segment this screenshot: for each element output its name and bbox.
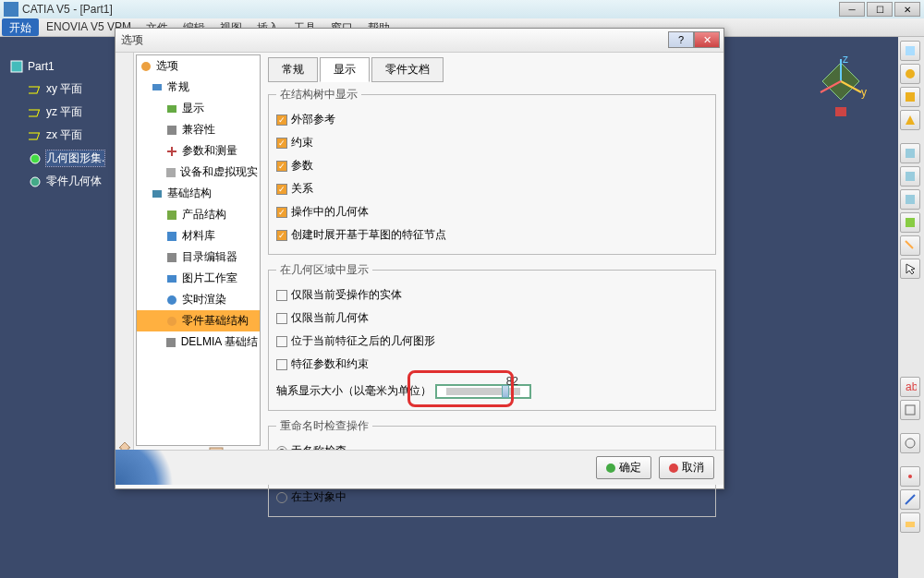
tree-infra[interactable]: 基础结构: [137, 183, 260, 204]
tool-icon[interactable]: [900, 87, 920, 107]
svg-rect-30: [167, 126, 176, 135]
dialog-close-button[interactable]: ✕: [694, 31, 720, 48]
tool-icon[interactable]: [900, 212, 920, 233]
tool-icon[interactable]: [900, 41, 920, 61]
tool-icon[interactable]: [900, 433, 920, 453]
photo-icon: [164, 271, 179, 286]
dialog-help-button[interactable]: ?: [668, 31, 694, 48]
gear-icon: [139, 59, 153, 74]
tree-partbody[interactable]: 零件几何体: [7, 170, 106, 193]
svg-point-4: [30, 154, 40, 163]
tree-root[interactable]: Part1: [7, 55, 106, 78]
tool-icon[interactable]: [900, 489, 920, 510]
radio-main-obj[interactable]: [276, 492, 287, 503]
tool-icon[interactable]: abc: [900, 377, 920, 397]
svg-rect-3: [29, 133, 40, 139]
checkbox-params[interactable]: ✓: [276, 161, 287, 172]
tool-icon[interactable]: [900, 143, 920, 163]
tree-yz-plane[interactable]: yz 平面: [7, 101, 106, 124]
tree-options[interactable]: 选项: [137, 55, 260, 77]
product-icon: [164, 208, 179, 223]
checkbox-only-op-solid[interactable]: [276, 290, 287, 301]
svg-point-38: [167, 317, 176, 326]
svg-rect-36: [167, 275, 176, 283]
tool-icon[interactable]: [900, 512, 920, 533]
plane-icon: [28, 105, 43, 120]
svg-point-23: [906, 439, 915, 448]
tree-zx-plane[interactable]: zx 平面: [7, 124, 106, 147]
svg-point-37: [167, 295, 176, 305]
tool-icon[interactable]: [900, 189, 920, 210]
tree-catalog[interactable]: 目录编辑器: [137, 247, 260, 268]
svg-rect-35: [167, 253, 176, 262]
params-icon: [164, 144, 179, 159]
checkbox-relations[interactable]: ✓: [276, 184, 287, 195]
svg-rect-15: [906, 92, 915, 102]
checkbox-ext-ref[interactable]: ✓: [276, 114, 287, 126]
tree-display[interactable]: 显示: [137, 98, 260, 119]
svg-rect-32: [152, 190, 162, 198]
axis-gizmo[interactable]: z y: [813, 55, 869, 120]
tree-partinfra[interactable]: 零件基础结构: [137, 310, 260, 331]
svg-rect-0: [11, 61, 22, 72]
svg-rect-33: [167, 211, 176, 220]
checkbox-constraint[interactable]: ✓: [276, 138, 287, 149]
tree-compat[interactable]: 兼容性: [137, 119, 260, 140]
tab-general[interactable]: 常规: [268, 57, 318, 82]
dialog-title: 选项: [121, 32, 143, 48]
svg-point-27: [141, 62, 151, 71]
svg-rect-1: [29, 87, 40, 93]
tree-geoset[interactable]: 几何图形集.: [7, 147, 106, 170]
tool-icon[interactable]: [900, 235, 920, 256]
tree-params[interactable]: 参数和测量: [137, 140, 260, 162]
tool-icon[interactable]: [900, 400, 920, 420]
slider-thumb[interactable]: [502, 385, 509, 398]
svg-rect-31: [166, 168, 176, 177]
svg-line-25: [906, 495, 915, 504]
maximize-button[interactable]: ☐: [867, 2, 893, 17]
tree-product[interactable]: 产品结构: [137, 204, 260, 225]
options-dialog: 选项 ? ✕ 选项 常规 显示 兼容性 参数和测量 设备和虚拟现实 基础结构 产…: [115, 28, 724, 489]
svg-rect-17: [906, 149, 915, 158]
devices-icon: [164, 165, 177, 180]
svg-rect-2: [29, 110, 40, 116]
feature-tree: Part1 xy 平面 yz 平面 zx 平面 几何图形集. 零件几何体: [7, 55, 106, 193]
tree-delmia[interactable]: DELMIA 基础结: [137, 331, 260, 353]
dialog-titlebar[interactable]: 选项 ? ✕: [116, 29, 723, 53]
tool-icon[interactable]: [900, 110, 920, 130]
close-button[interactable]: ✕: [894, 2, 920, 17]
plane-icon: [28, 128, 43, 143]
app-title: CATIA V5 - [Part1]: [22, 3, 113, 16]
plane-icon: [28, 82, 43, 97]
checkbox-expand-sketch[interactable]: ✓: [276, 230, 287, 241]
svg-rect-34: [167, 232, 176, 241]
checkbox-only-cur-body[interactable]: [276, 313, 287, 324]
minimize-button[interactable]: ─: [839, 2, 865, 17]
cursor-icon[interactable]: [900, 259, 920, 279]
tree-general[interactable]: 常规: [137, 77, 260, 98]
tree-xy-plane[interactable]: xy 平面: [7, 78, 106, 101]
tool-icon[interactable]: [900, 64, 920, 84]
tab-partdoc[interactable]: 零件文档: [371, 57, 444, 82]
tree-realtime[interactable]: 实时渲染: [137, 289, 260, 310]
cancel-button[interactable]: 取消: [659, 456, 714, 479]
tool-icon[interactable]: [900, 466, 920, 487]
svg-text:z: z: [843, 55, 848, 66]
tabs: 常规 显示 零件文档: [268, 56, 716, 81]
checkbox-feat-params[interactable]: [276, 359, 287, 370]
options-tree[interactable]: 选项 常规 显示 兼容性 参数和测量 设备和虚拟现实 基础结构 产品结构 材料库…: [136, 54, 261, 446]
tree-material[interactable]: 材料库: [137, 225, 260, 247]
axis-size-slider[interactable]: 82: [435, 384, 531, 399]
compat-icon: [164, 123, 179, 138]
ok-button[interactable]: 确定: [596, 456, 651, 479]
checkbox-wip-body[interactable]: ✓: [276, 207, 287, 218]
menu-start[interactable]: 开始: [2, 18, 39, 36]
gear-icon: [164, 314, 179, 329]
tree-photo[interactable]: 图片工作室: [137, 268, 260, 289]
tab-display[interactable]: 显示: [320, 57, 370, 82]
monitor-icon: [150, 80, 164, 95]
tool-icon[interactable]: [900, 166, 920, 187]
checkbox-after-feat[interactable]: [276, 336, 287, 347]
tree-devices[interactable]: 设备和虚拟现实: [137, 162, 260, 183]
geoset-icon: [28, 151, 43, 166]
